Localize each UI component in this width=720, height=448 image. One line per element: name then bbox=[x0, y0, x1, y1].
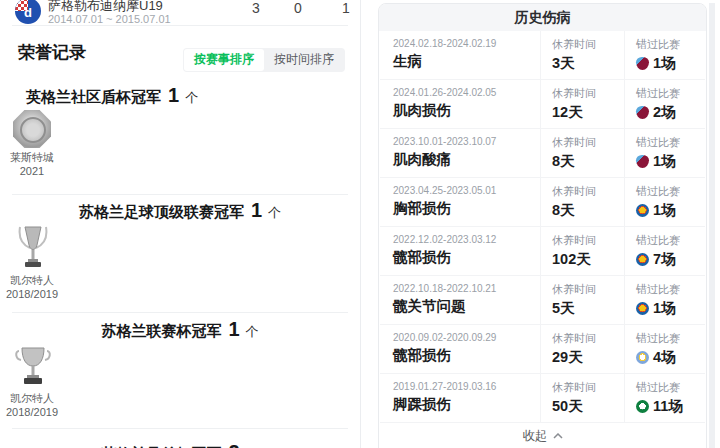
player-career-honors-card: d 萨格勒布迪纳摩U19 2014.07.01 ~ 2015.07.01 3 0… bbox=[0, 0, 361, 448]
rest-time-value: 102天 bbox=[552, 251, 624, 267]
injury-info-cell: 2023.04.25-2023.05.01 胸部损伤 bbox=[393, 178, 540, 226]
missed-matches-label: 错过比赛 bbox=[636, 332, 705, 345]
injury-row: 2020.09.02-2020.09.29 髋部损伤 休养时间 29天 错过比赛… bbox=[380, 325, 705, 374]
rest-time-label: 休养时间 bbox=[552, 332, 624, 345]
cup-trophy-icon bbox=[15, 345, 51, 389]
rest-time-cell: 休养时间 3天 bbox=[540, 31, 624, 79]
career-club-row[interactable]: d 萨格勒布迪纳摩U19 2014.07.01 ~ 2015.07.01 3 0… bbox=[0, 0, 360, 26]
rest-time-label: 休养时间 bbox=[552, 381, 624, 394]
rest-time-cell: 休养时间 50天 bbox=[540, 374, 624, 422]
collapse-button[interactable]: 收起 bbox=[379, 423, 706, 448]
honor-season: 2018/2019 bbox=[1, 406, 63, 419]
injury-name: 肌肉损伤 bbox=[393, 102, 540, 119]
injury-name: 髋关节问题 bbox=[393, 298, 540, 315]
honor-season: 2021 bbox=[1, 165, 63, 178]
missed-matches-cell: 错过比赛 1场 bbox=[624, 31, 705, 79]
injury-row: 2019.01.27-2019.03.16 脚踝损伤 休养时间 50天 错过比赛… bbox=[380, 374, 705, 423]
honor-count: 1 bbox=[168, 84, 179, 107]
career-stat-assists: 1 bbox=[331, 0, 361, 16]
honor-count: 1 bbox=[228, 318, 239, 341]
injury-row: 2024.01.26-2024.02.05 肌肉损伤 休养时间 12天 错过比赛… bbox=[380, 80, 705, 129]
missed-matches-cell: 错过比赛 1场 bbox=[624, 276, 705, 324]
injury-dates: 2020.09.02-2020.09.29 bbox=[393, 332, 540, 344]
honor-club-name: 凯尔特人 bbox=[1, 274, 63, 287]
rest-time-cell: 休养时间 102天 bbox=[540, 227, 624, 275]
missed-matches-value: 4场 bbox=[653, 349, 676, 365]
injury-info-cell: 2022.12.02-2023.03.12 髋部损伤 bbox=[393, 227, 540, 275]
injury-rows-list: 2024.02.18-2024.02.19 生病 休养时间 3天 错过比赛 1场… bbox=[379, 31, 706, 423]
missed-matches-cell: 错过比赛 2场 bbox=[624, 80, 705, 128]
rest-time-label: 休养时间 bbox=[552, 234, 624, 247]
rest-time-cell: 休养时间 8天 bbox=[540, 129, 624, 177]
career-club-name: 萨格勒布迪纳摩U19 bbox=[48, 0, 163, 13]
missed-matches-label: 错过比赛 bbox=[636, 38, 705, 51]
honor-count: 1 bbox=[251, 199, 262, 222]
celtic-badge-icon bbox=[636, 400, 649, 413]
missed-matches-label: 错过比赛 bbox=[636, 87, 705, 100]
rest-time-cell: 休养时间 12天 bbox=[540, 80, 624, 128]
tab-sort-by-competition[interactable]: 按赛事排序 bbox=[184, 49, 264, 71]
honor-title-text: 苏格兰足球顶级联赛冠军 bbox=[79, 203, 244, 222]
rest-time-label: 休养时间 bbox=[552, 185, 624, 198]
rest-time-value: 50天 bbox=[552, 398, 624, 414]
missed-matches-cell: 错过比赛 4场 bbox=[624, 325, 705, 373]
honor-title-text: 英格兰社区盾杯冠军 bbox=[26, 88, 161, 107]
trabzonspor-badge-icon bbox=[636, 106, 649, 119]
honors-section-title: 荣誉记录 bbox=[18, 42, 86, 64]
career-stat-goals: 0 bbox=[283, 0, 313, 16]
missed-matches-label: 错过比赛 bbox=[636, 381, 705, 394]
community-shield-trophy-icon bbox=[13, 110, 51, 148]
rest-time-value: 3天 bbox=[552, 55, 624, 71]
trabzonspor-badge-icon bbox=[636, 155, 649, 168]
injury-dates: 2019.01.27-2019.03.16 bbox=[393, 381, 540, 393]
missed-matches-value: 1场 bbox=[653, 300, 676, 316]
honor-group-title: 英格兰社区盾杯冠军 1 个 bbox=[26, 84, 198, 107]
rest-time-label: 休养时间 bbox=[552, 136, 624, 149]
missed-matches-value: 1场 bbox=[653, 153, 676, 169]
injury-name: 脚踝损伤 bbox=[393, 396, 540, 413]
leicester-badge-icon bbox=[636, 351, 649, 364]
missed-matches-value: 7场 bbox=[653, 251, 676, 267]
missed-matches-label: 错过比赛 bbox=[636, 136, 705, 149]
injury-dates: 2023.04.25-2023.05.01 bbox=[393, 185, 540, 197]
tab-sort-by-time[interactable]: 按时间排序 bbox=[264, 49, 344, 71]
getafe-badge-icon bbox=[636, 204, 649, 217]
rest-time-value: 8天 bbox=[552, 153, 624, 169]
missed-matches-cell: 错过比赛 1场 bbox=[624, 178, 705, 226]
injury-name: 胸部损伤 bbox=[393, 200, 540, 217]
rest-time-cell: 休养时间 29天 bbox=[540, 325, 624, 373]
honor-title-text: 苏格兰联赛杯冠军 bbox=[101, 322, 221, 341]
injury-history-header: 历史伤病 bbox=[379, 4, 706, 31]
injury-dates: 2024.02.18-2024.02.19 bbox=[393, 38, 540, 50]
section-divider bbox=[12, 428, 348, 429]
missed-matches-label: 错过比赛 bbox=[636, 234, 705, 247]
injury-row: 2023.04.25-2023.05.01 胸部损伤 休养时间 8天 错过比赛 … bbox=[380, 178, 705, 227]
getafe-badge-icon bbox=[636, 302, 649, 315]
next-card-edge bbox=[709, 3, 715, 448]
injury-info-cell: 2023.10.01-2023.10.07 肌肉酸痛 bbox=[393, 129, 540, 177]
rest-time-cell: 休养时间 5天 bbox=[540, 276, 624, 324]
honor-group-title: 苏格兰联赛杯冠军 1 个 bbox=[0, 318, 360, 341]
injury-info-cell: 2024.01.26-2024.02.05 肌肉损伤 bbox=[393, 80, 540, 128]
getafe-badge-icon bbox=[636, 253, 649, 266]
missed-matches-label: 错过比赛 bbox=[636, 283, 705, 296]
injury-name: 生病 bbox=[393, 53, 540, 70]
injury-name: 髋部损伤 bbox=[393, 347, 540, 364]
injury-info-cell: 2019.01.27-2019.03.16 脚踝损伤 bbox=[393, 374, 540, 422]
chevron-up-icon bbox=[553, 433, 563, 439]
missed-matches-cell: 错过比赛 7场 bbox=[624, 227, 705, 275]
honor-unit: 个 bbox=[246, 323, 259, 341]
section-divider bbox=[12, 25, 348, 26]
career-stat-appearances: 3 bbox=[241, 0, 271, 16]
injury-row: 2022.12.02-2023.03.12 髋部损伤 休养时间 102天 错过比… bbox=[380, 227, 705, 276]
missed-matches-cell: 错过比赛 11场 bbox=[624, 374, 705, 422]
honor-group-title: 苏格兰足球顶级联赛冠军 1 个 bbox=[0, 199, 360, 222]
injury-dates: 2023.10.01-2023.10.07 bbox=[393, 136, 540, 148]
rest-time-value: 12天 bbox=[552, 104, 624, 120]
rest-time-label: 休养时间 bbox=[552, 283, 624, 296]
injury-info-cell: 2024.02.18-2024.02.19 生病 bbox=[393, 31, 540, 79]
honor-club-name: 凯尔特人 bbox=[1, 392, 63, 405]
honor-club-name: 莱斯特城 bbox=[1, 151, 63, 164]
missed-matches-value: 1场 bbox=[653, 202, 676, 218]
injury-history-card: 历史伤病 2024.02.18-2024.02.19 生病 休养时间 3天 错过… bbox=[378, 3, 707, 448]
